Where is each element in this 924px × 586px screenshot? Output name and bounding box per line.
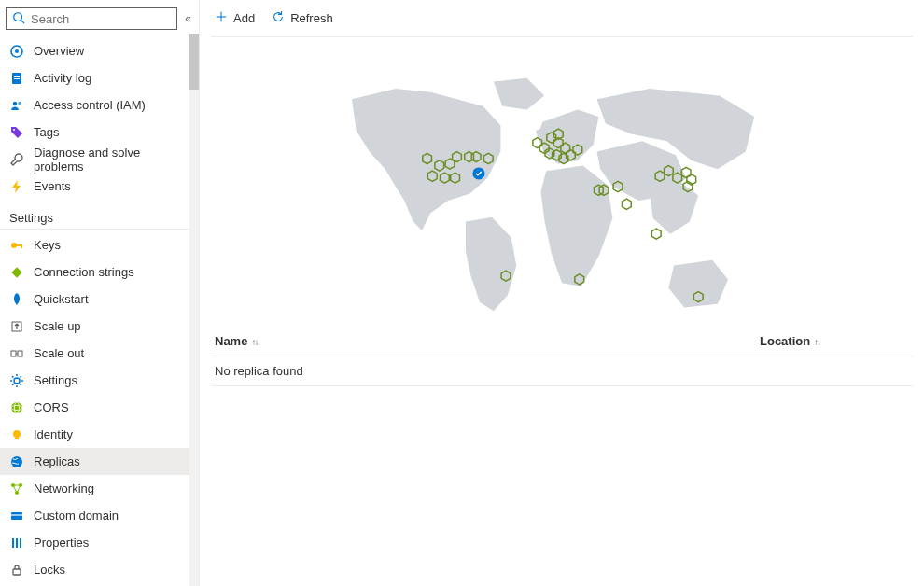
sidebar-item-label: Quickstart (34, 292, 89, 306)
sidebar-item-tags[interactable]: Tags (0, 119, 199, 146)
refresh-icon (272, 10, 285, 26)
sidebar-item-label: Keys (34, 238, 61, 252)
sidebar-item-label: Identity (34, 427, 73, 441)
search-input[interactable] (29, 11, 171, 27)
events-icon (9, 179, 24, 194)
replica-table-header: Name↑↓ Location↑↓ (211, 327, 913, 356)
settings-icon (9, 373, 24, 388)
sidebar-item-label: Activity log (34, 71, 91, 85)
sidebar-item-label: Overview (34, 44, 84, 58)
sidebar-item-diagnose[interactable]: Diagnose and solve problems (0, 146, 199, 173)
svg-rect-16 (18, 351, 22, 356)
svg-point-31 (11, 456, 22, 467)
scale-up-icon (9, 319, 24, 334)
sidebar-item-label: Properties (34, 536, 89, 550)
svg-rect-12 (21, 244, 22, 248)
svg-rect-13 (11, 267, 21, 277)
sidebar-item-properties[interactable]: Properties (0, 529, 199, 556)
sidebar-item-custom-domain[interactable]: Custom domain (0, 502, 199, 529)
properties-icon (9, 536, 24, 551)
sidebar-item-events[interactable]: Events (0, 173, 199, 200)
networking-icon (9, 481, 24, 496)
sidebar-item-replicas[interactable]: Replicas (0, 448, 199, 475)
scale-out-icon (9, 346, 24, 361)
sidebar-item-scale-out[interactable]: Scale out (0, 340, 199, 367)
toolbar: Add Refresh (211, 0, 913, 37)
add-button[interactable]: Add (215, 10, 255, 26)
svg-line-1 (21, 20, 25, 23)
sidebar-item-label: Scale out (34, 346, 84, 360)
sidebar-item-overview[interactable]: Overview (0, 37, 199, 64)
sidebar-item-connection-strings[interactable]: Connection strings (0, 258, 199, 286)
svg-point-17 (14, 378, 20, 384)
sidebar-item-label: Scale up (34, 319, 81, 333)
sidebar-search[interactable] (6, 7, 177, 30)
keys-icon (9, 238, 24, 253)
diagnose-icon (9, 152, 24, 167)
sidebar-item-activity-log[interactable]: Activity log (0, 64, 199, 91)
activity-log-icon (9, 71, 24, 86)
svg-point-8 (18, 101, 21, 104)
sidebar-item-label: Locks (34, 563, 65, 577)
sort-icon: ↑↓ (251, 337, 257, 347)
region-map (211, 37, 913, 327)
sidebar: « OverviewActivity logAccess control (IA… (0, 0, 200, 586)
sidebar-item-settings[interactable]: Settings (0, 367, 199, 394)
sidebar-item-access-control[interactable]: Access control (IAM) (0, 91, 199, 119)
access-control-icon (9, 98, 24, 113)
svg-rect-40 (13, 569, 21, 575)
sidebar-item-networking[interactable]: Networking (0, 475, 199, 502)
svg-rect-6 (14, 78, 20, 79)
svg-point-9 (13, 129, 15, 131)
col-header-location[interactable]: Location↑↓ (760, 334, 909, 348)
svg-line-25 (21, 376, 22, 378)
svg-line-24 (12, 384, 14, 385)
sidebar-item-cors[interactable]: CORS (0, 394, 199, 421)
svg-point-3 (15, 49, 19, 53)
sidebar-item-keys[interactable]: Keys (0, 231, 199, 258)
svg-point-0 (14, 12, 22, 21)
svg-rect-36 (11, 514, 22, 516)
svg-point-7 (13, 101, 17, 105)
sidebar-item-locks[interactable]: Locks (0, 556, 199, 583)
sidebar-item-quickstart[interactable]: Quickstart (0, 286, 199, 313)
overview-icon (9, 44, 24, 59)
replica-table-empty: No replica found (211, 356, 913, 386)
sidebar-item-label: Settings (34, 373, 77, 387)
sidebar-item-label: Replicas (34, 454, 80, 468)
refresh-label: Refresh (290, 11, 333, 25)
sidebar-item-label: CORS (34, 400, 69, 414)
identity-icon (9, 427, 24, 442)
sidebar-item-scale-up[interactable]: Scale up (0, 313, 199, 340)
sidebar-item-label: Networking (34, 481, 94, 495)
svg-rect-30 (15, 438, 19, 440)
sidebar-item-label: Connection strings (34, 265, 134, 279)
plus-icon (215, 10, 228, 26)
svg-rect-37 (12, 538, 14, 548)
add-label: Add (233, 11, 255, 25)
sidebar-item-label: Tags (34, 125, 59, 139)
svg-rect-39 (20, 538, 21, 548)
sidebar-item-identity[interactable]: Identity (0, 421, 199, 448)
sidebar-item-label: Events (34, 179, 71, 193)
collapse-sidebar-button[interactable]: « (185, 12, 191, 25)
sidebar-item-label: Access control (IAM) (34, 98, 146, 112)
sidebar-scrollbar-track (189, 34, 199, 586)
refresh-button[interactable]: Refresh (272, 10, 333, 26)
svg-rect-15 (11, 351, 16, 356)
tags-icon (9, 125, 24, 140)
svg-line-22 (12, 376, 14, 378)
custom-domain-icon (9, 509, 24, 523)
quickstart-icon (9, 292, 24, 307)
search-icon (12, 11, 25, 27)
sidebar-scrollbar-thumb[interactable] (189, 34, 199, 90)
locks-icon (9, 563, 24, 578)
sidebar-item-label: Diagnose and solve problems (34, 146, 191, 174)
sort-icon: ↑↓ (814, 337, 819, 347)
svg-rect-38 (16, 538, 18, 548)
replicas-icon (9, 454, 24, 469)
svg-marker-68 (623, 199, 632, 209)
connection-strings-icon (9, 265, 24, 280)
col-header-name[interactable]: Name↑↓ (215, 334, 760, 348)
svg-point-26 (11, 402, 22, 413)
